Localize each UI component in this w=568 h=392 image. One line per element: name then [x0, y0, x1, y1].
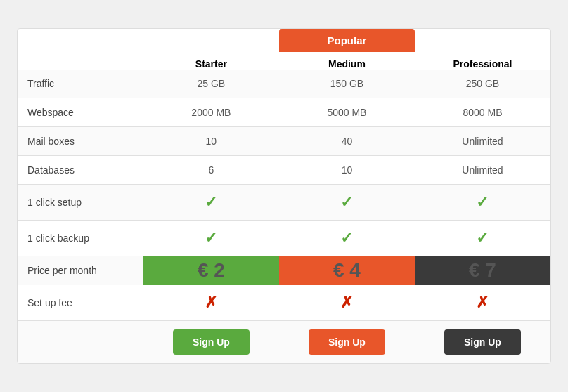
medium-header: Popular Medium: [279, 58, 415, 70]
table-row: Traffic25 GB150 GB250 GB: [18, 70, 550, 98]
starter-signup-button[interactable]: Sign Up: [173, 329, 250, 355]
professional-setup-fee: ✗: [415, 285, 550, 321]
starter-value: ✓: [143, 221, 279, 256]
cross-icon: ✗: [340, 294, 353, 311]
cross-icon: ✗: [205, 294, 217, 311]
starter-value: 6: [143, 156, 279, 185]
starter-price: € 2: [143, 256, 279, 285]
professional-value: Unlimited: [415, 127, 550, 156]
table-row: 1 click backup✓✓✓: [18, 221, 550, 256]
table-row: Webspace2000 MB5000 MB8000 MB: [18, 98, 550, 127]
starter-value: 2000 MB: [143, 98, 279, 127]
popular-badge: Popular: [279, 29, 415, 52]
starter-header: Starter: [143, 58, 279, 70]
professional-value: 250 GB: [415, 70, 550, 98]
table-row: 1 click setup✓✓✓: [18, 185, 550, 221]
medium-setup-fee: ✗: [279, 285, 415, 321]
check-icon: ✓: [205, 193, 217, 211]
professional-value: ✓: [415, 221, 550, 256]
cross-icon: ✗: [476, 294, 489, 311]
medium-value: ✓: [279, 185, 415, 221]
feature-label: 1 click backup: [18, 221, 143, 256]
feature-label: 1 click setup: [18, 185, 143, 221]
medium-price: € 4: [279, 256, 415, 285]
signup-row: Sign UpSign UpSign Up: [18, 321, 550, 364]
feature-label: Mail boxes: [18, 127, 143, 156]
table-row: Databases610Unlimited: [18, 156, 550, 185]
medium-value: 10: [279, 156, 415, 185]
medium-value: ✓: [279, 221, 415, 256]
table-row: Mail boxes1040Unlimited: [18, 127, 550, 156]
feature-label: Databases: [18, 156, 143, 185]
starter-signup-cell: Sign Up: [143, 321, 279, 364]
pricing-table: Starter Popular Medium Professional Traf…: [18, 58, 550, 363]
professional-value: 8000 MB: [415, 98, 550, 127]
signup-empty: [18, 321, 143, 364]
professional-price: € 7: [415, 256, 550, 285]
medium-value: 5000 MB: [279, 98, 415, 127]
check-icon: ✓: [476, 193, 489, 211]
pricing-container: Starter Popular Medium Professional Traf…: [17, 28, 551, 364]
check-icon: ✓: [340, 229, 353, 247]
price-label: Price per month: [18, 256, 143, 285]
header-row: Starter Popular Medium Professional: [18, 58, 550, 70]
professional-signup-button[interactable]: Sign Up: [444, 329, 521, 355]
medium-signup-cell: Sign Up: [279, 321, 415, 364]
feature-label: Traffic: [18, 70, 143, 98]
setup-fee-row: Set up fee✗✗✗: [18, 285, 550, 321]
professional-signup-cell: Sign Up: [415, 321, 550, 364]
starter-value: ✓: [143, 185, 279, 221]
medium-signup-button[interactable]: Sign Up: [309, 329, 385, 355]
starter-value: 25 GB: [143, 70, 279, 98]
setup-fee-label: Set up fee: [18, 285, 143, 321]
medium-value: 150 GB: [279, 70, 415, 98]
empty-header: [18, 58, 143, 70]
check-icon: ✓: [476, 229, 489, 247]
price-row: Price per month€ 2€ 4€ 7: [18, 256, 550, 285]
professional-header: Professional: [415, 58, 550, 70]
professional-value: ✓: [415, 185, 550, 221]
check-icon: ✓: [205, 229, 217, 247]
professional-value: Unlimited: [415, 156, 550, 185]
feature-label: Webspace: [18, 98, 143, 127]
check-icon: ✓: [340, 193, 353, 211]
starter-value: 10: [143, 127, 279, 156]
medium-value: 40: [279, 127, 415, 156]
starter-setup-fee: ✗: [143, 285, 279, 321]
